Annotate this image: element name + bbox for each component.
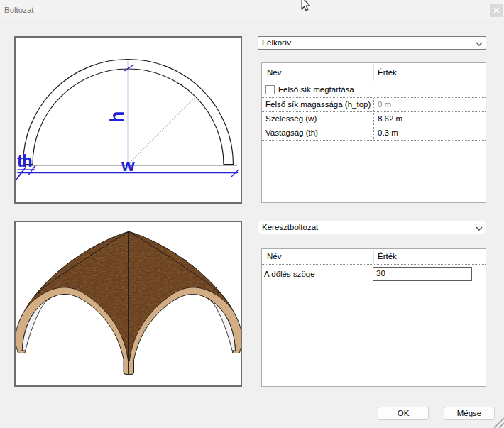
svg-text:th: th [17, 151, 32, 170]
svg-text:w: w [121, 155, 135, 175]
svg-text:h: h [106, 111, 128, 124]
